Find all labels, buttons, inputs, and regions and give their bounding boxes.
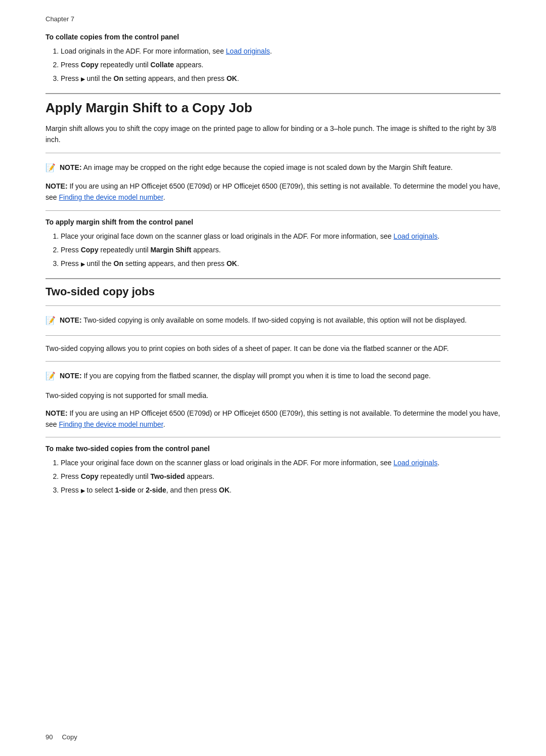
- collate-step2-text2: repeatedly until: [99, 61, 151, 69]
- two-sided-step1-text1: Place your original face down on the sca…: [61, 459, 393, 467]
- note1-content: NOTE: An image may be cropped on the rig…: [60, 162, 452, 173]
- collate-step-1: Load originals in the ADF. For more info…: [61, 46, 500, 57]
- divider-5: [46, 361, 500, 362]
- margin-step2-text2: repeatedly until: [99, 246, 151, 254]
- footer-section: Copy: [62, 733, 77, 741]
- margin-step3-text3: setting appears, and then press: [123, 259, 226, 268]
- two-sided-step3-bold2: 2-side: [146, 486, 166, 494]
- two-sided-step2-bold2: Two-sided: [150, 472, 185, 480]
- play-icon-2: [81, 259, 85, 268]
- margin-step1-text2: .: [438, 232, 440, 240]
- two-sided-step3-text2: to select: [85, 486, 115, 494]
- collate-step3-bold2: OK: [226, 74, 237, 82]
- collate-step3-text3: setting appears, and then press: [123, 74, 226, 82]
- divider-2: [46, 210, 500, 211]
- note1-label: NOTE:: [60, 163, 82, 171]
- margin-step3-text1: Press: [61, 259, 81, 268]
- collate-step3-text2: until the: [85, 74, 114, 82]
- divider-1: [46, 153, 500, 153]
- two-sided-step2-text2: repeatedly until: [99, 472, 151, 480]
- margin-step3-text2: until the: [85, 259, 114, 268]
- apply-margin-note1: 📝 NOTE: An image may be cropped on the r…: [46, 160, 500, 175]
- two-sided-note2: 📝 NOTE: If you are copying from the flat…: [46, 369, 500, 384]
- apply-margin-subheading: To apply margin shift from the control p…: [46, 218, 500, 226]
- margin-step2-text1: Press: [61, 246, 81, 254]
- margin-step3-bold2: OK: [226, 259, 237, 268]
- load-originals-link-3[interactable]: Load originals: [393, 459, 437, 467]
- margin-step2-bold2: Margin Shift: [150, 246, 191, 254]
- note2-text-after: .: [163, 193, 165, 201]
- margin-step3-text4: .: [237, 259, 239, 268]
- divider-4: [46, 335, 500, 336]
- note-icon-2: 📝: [46, 316, 56, 325]
- margin-step-2: Press Copy repeatedly until Margin Shift…: [61, 245, 500, 255]
- load-originals-link-2[interactable]: Load originals: [393, 232, 437, 240]
- two-sided-step3-bold1: 1-side: [115, 486, 135, 494]
- footer: 90 Copy: [46, 733, 500, 741]
- two-sided-note2-label: NOTE:: [60, 372, 82, 380]
- play-icon-3: [81, 486, 85, 494]
- two-sided-steps: Place your original face down on the sca…: [61, 458, 500, 496]
- two-sided-step2-text3: appears.: [185, 472, 214, 480]
- margin-step2-text3: appears.: [191, 246, 220, 254]
- apply-margin-steps: Place your original face down on the sca…: [61, 231, 500, 269]
- two-sided-step1-text2: .: [438, 459, 440, 467]
- two-sided-note1-text: Two-sided copying is only available on s…: [82, 316, 467, 324]
- two-sided-step2-bold1: Copy: [81, 472, 99, 480]
- two-sided-note2-text: If you are copying from the flatbed scan…: [82, 372, 431, 380]
- divider-6: [46, 437, 500, 437]
- two-sided-heading: Two-sided copy jobs: [46, 278, 500, 298]
- collate-step3-text1: Press: [61, 74, 81, 82]
- two-sided-step3-bold3: OK: [219, 486, 230, 494]
- margin-step2-bold1: Copy: [81, 246, 99, 254]
- collate-step-3: Press until the On setting appears, and …: [61, 73, 500, 84]
- finding-device-link-2[interactable]: Finding the device model number: [59, 420, 163, 428]
- play-icon-1: [81, 74, 85, 82]
- load-originals-link-1[interactable]: Load originals: [226, 47, 270, 55]
- two-sided-step3-text3: or: [135, 486, 146, 494]
- two-sided-note1-content: NOTE: Two-sided copying is only availabl…: [60, 315, 467, 326]
- note-icon-3: 📝: [46, 371, 56, 381]
- two-sided-step3-text1: Press: [61, 486, 81, 494]
- note-icon-1: 📝: [46, 163, 56, 172]
- footer-page-number: 90: [46, 733, 53, 741]
- page-container: Chapter 7 To collate copies from the con…: [0, 0, 546, 542]
- apply-margin-heading: Apply Margin Shift to a Copy Job: [46, 93, 500, 116]
- two-sided-note1-label: NOTE:: [60, 316, 82, 324]
- two-sided-step2-text1: Press: [61, 472, 81, 480]
- collate-step3-text4: .: [237, 74, 239, 82]
- two-sided-note3-text-after: .: [163, 420, 165, 428]
- margin-step-1: Place your original face down on the sca…: [61, 231, 500, 242]
- apply-margin-note2: NOTE: If you are using an HP Officejet 6…: [46, 181, 500, 203]
- collate-step3-bold1: On: [114, 74, 123, 82]
- margin-step1-text1: Place your original face down on the sca…: [61, 232, 393, 240]
- two-sided-note3: NOTE: If you are using an HP Officejet 6…: [46, 408, 500, 430]
- two-sided-body1: Two-sided copying allows you to print co…: [46, 343, 500, 354]
- collate-step2-text3: appears.: [174, 61, 203, 69]
- collate-step1-text-after: .: [270, 47, 272, 55]
- collate-step1-text-before: Load originals in the ADF. For more info…: [61, 47, 226, 55]
- margin-step-3: Press until the On setting appears, and …: [61, 258, 500, 269]
- note2-label: NOTE:: [46, 182, 68, 190]
- collate-step2-bold1: Copy: [81, 61, 99, 69]
- collate-heading: To collate copies from the control panel: [46, 33, 500, 41]
- margin-step3-bold1: On: [114, 259, 123, 268]
- two-sided-note2-content: NOTE: If you are copying from the flatbe…: [60, 371, 431, 382]
- note1-text: An image may be cropped on the right edg…: [82, 163, 453, 171]
- collate-step2-text1: Press: [61, 61, 81, 69]
- chapter-label: Chapter 7: [46, 15, 500, 23]
- collate-step-2: Press Copy repeatedly until Collate appe…: [61, 60, 500, 70]
- divider-3: [46, 305, 500, 306]
- two-sided-step-1: Place your original face down on the sca…: [61, 458, 500, 468]
- two-sided-subheading: To make two-sided copies from the contro…: [46, 444, 500, 453]
- two-sided-note1: 📝 NOTE: Two-sided copying is only availa…: [46, 313, 500, 328]
- finding-device-link-1[interactable]: Finding the device model number: [59, 193, 163, 201]
- collate-steps: Load originals in the ADF. For more info…: [61, 46, 500, 84]
- two-sided-step-3: Press to select 1-side or 2-side, and th…: [61, 485, 500, 496]
- two-sided-step3-text5: .: [230, 486, 232, 494]
- two-sided-note3-label: NOTE:: [46, 409, 68, 417]
- collate-step2-bold2: Collate: [150, 61, 174, 69]
- two-sided-body2: Two-sided copying is not supported for s…: [46, 390, 500, 401]
- apply-margin-body: Margin shift allows you to shift the cop…: [46, 123, 500, 146]
- two-sided-step-2: Press Copy repeatedly until Two-sided ap…: [61, 471, 500, 482]
